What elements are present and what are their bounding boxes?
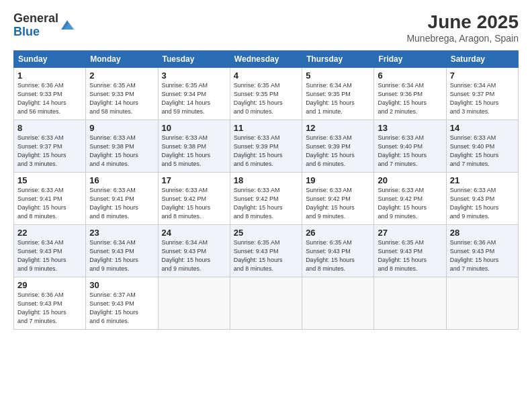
calendar-cell: 23Sunrise: 6:34 AM Sunset: 9:43 PM Dayli… xyxy=(86,224,158,277)
day-detail: Sunrise: 6:33 AM Sunset: 9:39 PM Dayligh… xyxy=(306,134,370,169)
calendar-cell: 15Sunrise: 6:33 AM Sunset: 9:41 PM Dayli… xyxy=(14,172,86,224)
calendar-cell: 4Sunrise: 6:35 AM Sunset: 9:35 PM Daylig… xyxy=(230,67,302,120)
day-detail: Sunrise: 6:35 AM Sunset: 9:43 PM Dayligh… xyxy=(234,238,298,273)
logo-blue: Blue xyxy=(13,25,40,38)
calendar-cell: 2Sunrise: 6:35 AM Sunset: 9:33 PM Daylig… xyxy=(86,67,158,120)
day-detail: Sunrise: 6:33 AM Sunset: 9:40 PM Dayligh… xyxy=(450,134,515,169)
calendar-cell: 10Sunrise: 6:33 AM Sunset: 9:38 PM Dayli… xyxy=(158,120,230,172)
calendar-cell: 22Sunrise: 6:34 AM Sunset: 9:43 PM Dayli… xyxy=(14,224,86,277)
day-number: 11 xyxy=(234,123,298,133)
day-detail: Sunrise: 6:33 AM Sunset: 9:42 PM Dayligh… xyxy=(378,186,442,221)
col-header-sunday: Sunday xyxy=(14,50,86,67)
day-number: 14 xyxy=(450,123,515,133)
day-number: 24 xyxy=(162,228,226,238)
day-detail: Sunrise: 6:36 AM Sunset: 9:43 PM Dayligh… xyxy=(450,238,515,273)
day-detail: Sunrise: 6:33 AM Sunset: 9:41 PM Dayligh… xyxy=(17,186,82,221)
calendar-cell: 30Sunrise: 6:37 AM Sunset: 9:43 PM Dayli… xyxy=(86,277,158,329)
calendar-cell: 19Sunrise: 6:33 AM Sunset: 9:42 PM Dayli… xyxy=(302,172,374,224)
day-detail: Sunrise: 6:36 AM Sunset: 9:43 PM Dayligh… xyxy=(17,291,82,326)
day-number: 15 xyxy=(17,175,82,185)
calendar-cell: 20Sunrise: 6:33 AM Sunset: 9:42 PM Dayli… xyxy=(374,172,446,224)
day-number: 6 xyxy=(378,71,442,81)
day-number: 27 xyxy=(378,228,442,238)
calendar-cell: 18Sunrise: 6:33 AM Sunset: 9:42 PM Dayli… xyxy=(230,172,302,224)
calendar-week-2: 8Sunrise: 6:33 AM Sunset: 9:37 PM Daylig… xyxy=(14,120,519,172)
calendar-cell: 26Sunrise: 6:35 AM Sunset: 9:43 PM Dayli… xyxy=(302,224,374,277)
col-header-saturday: Saturday xyxy=(446,50,518,67)
calendar-cell: 29Sunrise: 6:36 AM Sunset: 9:43 PM Dayli… xyxy=(14,277,86,329)
page: General Blue June 2025 Munebrega, Aragon… xyxy=(0,0,532,411)
day-number: 2 xyxy=(89,71,154,81)
calendar-week-1: 1Sunrise: 6:36 AM Sunset: 9:33 PM Daylig… xyxy=(14,67,519,120)
day-number: 25 xyxy=(234,228,298,238)
calendar-title: June 2025 xyxy=(406,12,519,33)
day-detail: Sunrise: 6:36 AM Sunset: 9:33 PM Dayligh… xyxy=(17,81,82,116)
day-detail: Sunrise: 6:33 AM Sunset: 9:38 PM Dayligh… xyxy=(89,134,154,169)
day-number: 7 xyxy=(450,71,515,81)
calendar-cell xyxy=(446,277,518,329)
day-detail: Sunrise: 6:35 AM Sunset: 9:33 PM Dayligh… xyxy=(89,81,154,116)
col-header-monday: Monday xyxy=(86,50,158,67)
calendar-cell: 8Sunrise: 6:33 AM Sunset: 9:37 PM Daylig… xyxy=(14,120,86,172)
day-detail: Sunrise: 6:33 AM Sunset: 9:42 PM Dayligh… xyxy=(234,186,298,221)
day-detail: Sunrise: 6:33 AM Sunset: 9:42 PM Dayligh… xyxy=(306,186,370,221)
day-number: 21 xyxy=(450,175,515,185)
day-number: 16 xyxy=(89,175,154,185)
day-detail: Sunrise: 6:33 AM Sunset: 9:42 PM Dayligh… xyxy=(162,186,226,221)
col-header-wednesday: Wednesday xyxy=(230,50,302,67)
day-number: 12 xyxy=(306,123,370,133)
day-number: 28 xyxy=(450,228,515,238)
calendar-cell: 25Sunrise: 6:35 AM Sunset: 9:43 PM Dayli… xyxy=(230,224,302,277)
calendar-table: SundayMondayTuesdayWednesdayThursdayFrid… xyxy=(13,50,519,330)
day-detail: Sunrise: 6:33 AM Sunset: 9:41 PM Dayligh… xyxy=(89,186,154,221)
day-detail: Sunrise: 6:34 AM Sunset: 9:43 PM Dayligh… xyxy=(162,238,226,273)
day-detail: Sunrise: 6:33 AM Sunset: 9:38 PM Dayligh… xyxy=(162,134,226,169)
calendar-cell: 5Sunrise: 6:34 AM Sunset: 9:35 PM Daylig… xyxy=(302,67,374,120)
calendar-cell: 24Sunrise: 6:34 AM Sunset: 9:43 PM Dayli… xyxy=(158,224,230,277)
calendar-cell: 17Sunrise: 6:33 AM Sunset: 9:42 PM Dayli… xyxy=(158,172,230,224)
calendar-cell: 7Sunrise: 6:34 AM Sunset: 9:37 PM Daylig… xyxy=(446,67,518,120)
day-detail: Sunrise: 6:35 AM Sunset: 9:35 PM Dayligh… xyxy=(234,81,298,116)
calendar-week-4: 22Sunrise: 6:34 AM Sunset: 9:43 PM Dayli… xyxy=(14,224,519,277)
col-header-thursday: Thursday xyxy=(302,50,374,67)
day-number: 20 xyxy=(378,175,442,185)
day-number: 10 xyxy=(162,123,226,133)
calendar-cell: 3Sunrise: 6:35 AM Sunset: 9:34 PM Daylig… xyxy=(158,67,230,120)
calendar-cell xyxy=(374,277,446,329)
day-number: 9 xyxy=(89,123,154,133)
logo-icon xyxy=(60,17,75,32)
calendar-cell xyxy=(230,277,302,329)
logo-general: General xyxy=(13,11,58,25)
day-number: 3 xyxy=(162,71,226,81)
day-detail: Sunrise: 6:33 AM Sunset: 9:37 PM Dayligh… xyxy=(17,134,82,169)
day-number: 18 xyxy=(234,175,298,185)
day-detail: Sunrise: 6:33 AM Sunset: 9:43 PM Dayligh… xyxy=(450,186,515,221)
col-header-friday: Friday xyxy=(374,50,446,67)
day-detail: Sunrise: 6:34 AM Sunset: 9:37 PM Dayligh… xyxy=(450,81,515,116)
day-number: 5 xyxy=(306,71,370,81)
day-detail: Sunrise: 6:35 AM Sunset: 9:43 PM Dayligh… xyxy=(306,238,370,273)
calendar-cell: 12Sunrise: 6:33 AM Sunset: 9:39 PM Dayli… xyxy=(302,120,374,172)
calendar-cell xyxy=(158,277,230,329)
day-number: 26 xyxy=(306,228,370,238)
day-number: 4 xyxy=(234,71,298,81)
calendar-header-row: SundayMondayTuesdayWednesdayThursdayFrid… xyxy=(14,50,519,67)
calendar-cell: 27Sunrise: 6:35 AM Sunset: 9:43 PM Dayli… xyxy=(374,224,446,277)
day-number: 22 xyxy=(17,228,82,238)
day-detail: Sunrise: 6:33 AM Sunset: 9:39 PM Dayligh… xyxy=(234,134,298,169)
header: General Blue June 2025 Munebrega, Aragon… xyxy=(13,12,519,44)
day-detail: Sunrise: 6:33 AM Sunset: 9:40 PM Dayligh… xyxy=(378,134,442,169)
day-number: 29 xyxy=(17,280,82,290)
day-detail: Sunrise: 6:34 AM Sunset: 9:43 PM Dayligh… xyxy=(89,238,154,273)
day-detail: Sunrise: 6:37 AM Sunset: 9:43 PM Dayligh… xyxy=(89,291,154,326)
calendar-subtitle: Munebrega, Aragon, Spain xyxy=(406,33,519,44)
day-number: 1 xyxy=(17,71,82,81)
calendar-cell: 14Sunrise: 6:33 AM Sunset: 9:40 PM Dayli… xyxy=(446,120,518,172)
day-number: 8 xyxy=(17,123,82,133)
calendar-cell: 9Sunrise: 6:33 AM Sunset: 9:38 PM Daylig… xyxy=(86,120,158,172)
day-detail: Sunrise: 6:34 AM Sunset: 9:35 PM Dayligh… xyxy=(306,81,370,116)
day-detail: Sunrise: 6:34 AM Sunset: 9:36 PM Dayligh… xyxy=(378,81,442,116)
calendar-cell: 16Sunrise: 6:33 AM Sunset: 9:41 PM Dayli… xyxy=(86,172,158,224)
calendar-cell: 21Sunrise: 6:33 AM Sunset: 9:43 PM Dayli… xyxy=(446,172,518,224)
day-number: 17 xyxy=(162,175,226,185)
